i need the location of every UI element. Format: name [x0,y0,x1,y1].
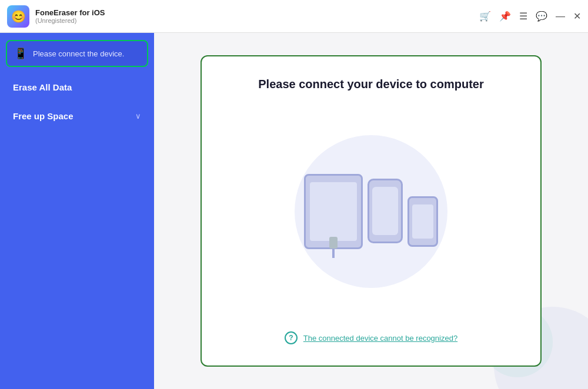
cable-line [332,249,335,258]
ipod-device [407,196,438,247]
app-subtitle: (Unregistered) [35,17,105,24]
sidebar: 📱 Please connect the device. Erase All D… [0,33,154,389]
iphone-device [368,179,403,243]
chat-icon[interactable]: 💬 [536,11,547,22]
app-icon: 😊 [7,5,29,28]
ipad-screen [310,182,357,241]
erase-all-data-label: Erase All Data [13,82,72,92]
main-card: Please connect your device to computer [201,55,542,367]
app-title-block: FoneEraser for iOS (Unregistered) [35,8,105,24]
help-circle-text: ? [289,334,293,342]
close-button[interactable]: ✕ [573,11,581,22]
cart-icon[interactable]: 🛒 [479,11,491,22]
main-layout: 📱 Please connect the device. Erase All D… [0,33,588,389]
unrecognized-device-link[interactable]: The connected device cannot be recognize… [303,334,457,343]
chevron-down-icon: ∨ [135,112,141,120]
pin-icon[interactable]: 📌 [499,11,511,22]
connect-device-button[interactable]: 📱 Please connect the device. [6,40,148,67]
content-area: Please connect your device to computer [154,33,588,389]
sidebar-item-free-up-space[interactable]: Free up Space ∨ [6,103,148,129]
ipod-screen [412,204,433,239]
bottom-link-row: ? The connected device cannot be recogni… [285,331,457,344]
title-bar-controls: 🛒 📌 ☰ 💬 — ✕ [479,11,581,22]
cable [329,237,338,258]
iphone-screen [372,187,398,235]
cable-head [329,237,338,249]
free-up-space-label: Free up Space [13,111,74,121]
illustration-area [283,129,459,294]
app-name: FoneEraser for iOS [35,8,105,17]
title-bar-left: 😊 FoneEraser for iOS (Unregistered) [7,5,479,28]
sidebar-item-erase-all-data[interactable]: Erase All Data [6,74,148,100]
connect-btn-text: Please connect the device. [33,49,124,58]
help-circle-icon: ? [285,331,298,344]
minimize-button[interactable]: — [556,11,565,22]
menu-icon[interactable]: ☰ [519,11,527,22]
devices-wrapper [304,174,438,249]
card-title: Please connect your device to computer [258,78,483,91]
title-bar: 😊 FoneEraser for iOS (Unregistered) 🛒 📌 … [0,0,588,33]
ipad-device [304,174,363,249]
device-icon: 📱 [14,47,27,60]
